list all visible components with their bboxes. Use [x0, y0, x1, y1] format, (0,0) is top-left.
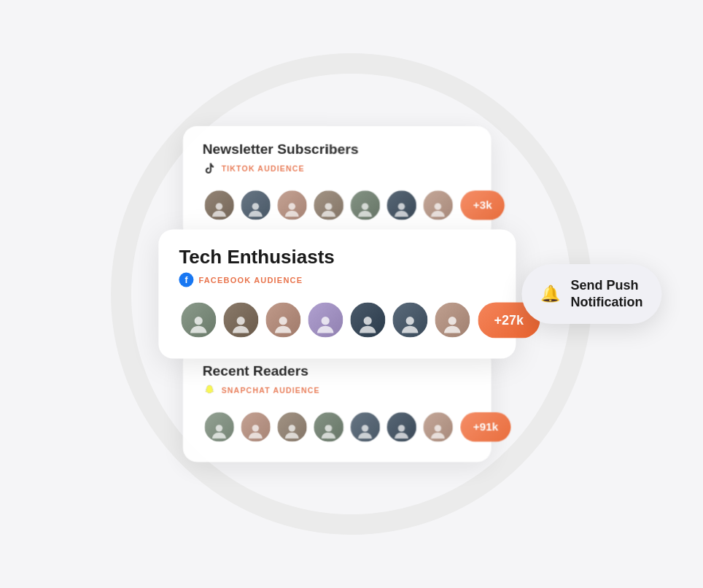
svg-point-15: [252, 425, 259, 431]
card-readers-subtitle: SNAPCHAT AUDIENCE: [203, 384, 472, 398]
tech-avatars: +27k: [179, 301, 495, 340]
push-notification-label: Send PushNotification: [570, 277, 642, 312]
svg-point-4: [362, 203, 368, 209]
card-readers: Recent Readers SNAPCHAT AUDIENCE: [183, 348, 491, 462]
readers-avatars: +91k: [203, 410, 472, 444]
avatar: [312, 188, 346, 222]
avatar: [239, 188, 273, 222]
svg-point-17: [325, 425, 332, 431]
svg-point-10: [322, 317, 330, 325]
newsletter-count-badge: +3k: [460, 190, 505, 220]
avatar: [276, 188, 309, 222]
card-readers-title: Recent Readers: [203, 363, 472, 379]
facebook-icon: f: [179, 273, 193, 287]
tiktok-icon: [203, 162, 217, 176]
card-newsletter-subtitle: TIKTOK AUDIENCE: [203, 162, 472, 176]
svg-point-13: [448, 317, 457, 325]
svg-point-5: [398, 203, 405, 209]
svg-point-1: [252, 203, 259, 209]
svg-point-8: [237, 317, 245, 325]
avatar: [390, 301, 430, 340]
avatar: [349, 188, 382, 222]
cards-container: Newsletter Subscribers TIKTOK AUDIENCE: [158, 124, 516, 465]
avatar: [221, 301, 260, 340]
bell-icon: 🔔: [540, 285, 560, 303]
card-newsletter-title: Newsletter Subscribers: [203, 142, 472, 158]
snapchat-icon: [203, 384, 217, 398]
svg-point-2: [289, 203, 295, 209]
avatar: [348, 301, 387, 340]
avatar: [263, 301, 303, 340]
svg-point-18: [362, 425, 368, 431]
svg-point-7: [195, 317, 203, 325]
avatar: [203, 188, 236, 222]
avatar: [349, 410, 382, 444]
avatar: [385, 410, 419, 444]
svg-point-20: [435, 425, 441, 431]
push-notification-bubble[interactable]: 🔔 Send PushNotification: [521, 264, 661, 325]
card-tech-subtitle: f FACEBOOK AUDIENCE: [179, 273, 495, 287]
avatar: [385, 188, 419, 222]
svg-point-11: [364, 317, 372, 325]
avatar: [306, 301, 345, 340]
tiktok-audience-label: TIKTOK AUDIENCE: [222, 165, 305, 174]
card-newsletter: Newsletter Subscribers TIKTOK AUDIENCE: [183, 126, 491, 240]
svg-point-3: [325, 203, 332, 209]
svg-point-19: [398, 425, 405, 431]
avatar: [422, 188, 455, 222]
scene: Newsletter Subscribers TIKTOK AUDIENCE: [67, 31, 636, 557]
card-tech-title: Tech Enthusiasts: [179, 246, 495, 268]
snapchat-audience-label: SNAPCHAT AUDIENCE: [222, 387, 320, 395]
readers-count-badge: +91k: [460, 412, 510, 441]
avatar: [239, 410, 273, 444]
avatar: [203, 410, 236, 444]
card-tech: Tech Enthusiasts f FACEBOOK AUDIENCE: [158, 230, 516, 359]
avatar: [422, 410, 455, 444]
avatar: [179, 301, 218, 340]
svg-point-16: [289, 425, 295, 431]
svg-point-9: [279, 317, 287, 325]
facebook-audience-label: FACEBOOK AUDIENCE: [198, 276, 303, 285]
svg-point-6: [435, 203, 441, 209]
newsletter-avatars: +3k: [203, 188, 472, 222]
avatar: [312, 410, 346, 444]
svg-point-12: [406, 317, 414, 325]
avatar: [276, 410, 309, 444]
svg-point-14: [216, 425, 222, 431]
avatar: [432, 301, 472, 340]
svg-point-0: [216, 203, 222, 209]
